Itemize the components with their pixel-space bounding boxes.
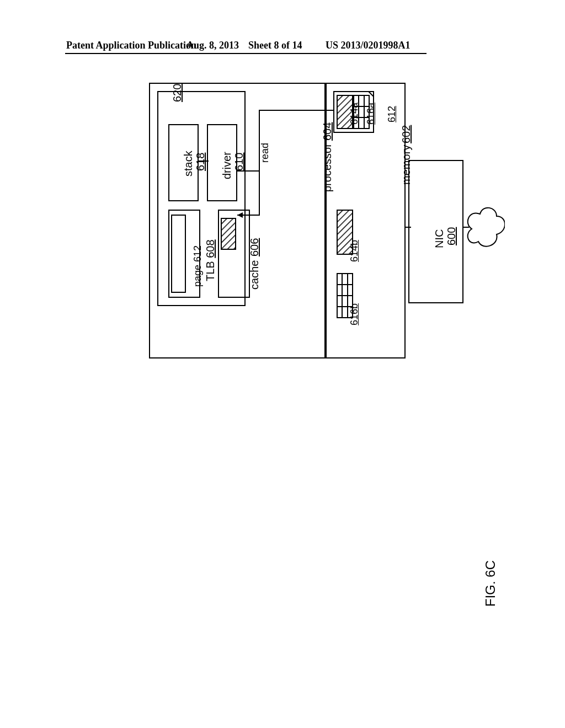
memory-ref: 602: [400, 125, 413, 143]
diagram-stage: processor 604 620 stack 618 driver 610 T…: [0, 0, 565, 728]
page-label: page 612: [192, 245, 204, 287]
nic-label: NIC: [433, 229, 446, 248]
ref-614a: 614a: [349, 103, 360, 125]
figure-label: FIG. 6C: [483, 560, 498, 607]
cloud-icon: [466, 204, 505, 254]
ref-616b: 616b: [349, 303, 360, 325]
cache-entry-hatched: [221, 218, 236, 250]
svg-marker-31: [237, 212, 243, 218]
memory-label: memory: [400, 145, 413, 185]
ref-616a: 616a: [365, 103, 377, 125]
stack-ref: 618: [194, 153, 207, 171]
cache-ref: 606: [248, 238, 261, 256]
svg-line-19: [369, 92, 374, 97]
driver-ref: 610: [233, 153, 246, 171]
link-memory-nic: [406, 226, 411, 228]
driver-label: driver: [221, 152, 233, 179]
ref-page-mem: 612: [386, 106, 398, 122]
nic-ref: 600: [445, 227, 458, 245]
link-nic-cloud: [463, 226, 469, 228]
context-ref: 620: [171, 84, 184, 102]
read-label: read: [259, 143, 271, 163]
processor-label: processor: [321, 143, 334, 192]
cache-label: cache: [248, 260, 261, 290]
tlb-label: TLB 608: [204, 239, 217, 281]
ref-614b: 614b: [349, 240, 360, 262]
processor-ref: 604: [321, 122, 334, 141]
svg-rect-9: [221, 218, 236, 249]
svg-rect-6: [172, 215, 185, 292]
stack-label: stack: [182, 151, 195, 176]
